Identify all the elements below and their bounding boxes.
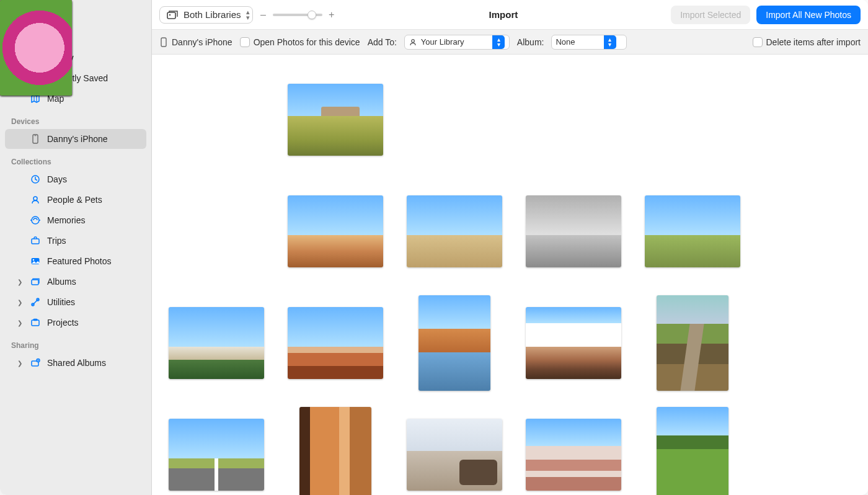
chevron-right-icon[interactable]: ❯	[16, 319, 24, 326]
chevron-right-icon[interactable]: ❯	[16, 279, 24, 285]
thumbnail-image[interactable]	[288, 307, 383, 379]
app-window: Photos Library Recently Saved Map Device…	[0, 0, 868, 495]
projects-icon	[30, 317, 41, 328]
thumbnail-cell[interactable]	[276, 179, 395, 284]
library-scope-selector[interactable]: Both Libraries ▴▾	[159, 6, 253, 24]
import-selected-button[interactable]: Import Selected	[671, 6, 750, 24]
thumbnail-image[interactable]	[657, 295, 728, 391]
thumbnail-image[interactable]	[418, 295, 490, 391]
chevron-right-icon[interactable]: ❯	[16, 299, 24, 306]
svg-rect-10	[32, 280, 38, 285]
thumbnail-cell[interactable]	[633, 179, 752, 284]
toolbar: Both Libraries ▴▾ – + Import Import Sele…	[152, 0, 868, 30]
thumbnail-cell[interactable]	[157, 402, 276, 495]
thumbnail-cell[interactable]	[276, 290, 395, 396]
thumbnail-cell[interactable]	[514, 67, 633, 172]
thumbnail-image[interactable]	[407, 195, 502, 267]
sidebar-item-label: Utilities	[47, 297, 75, 307]
thumbnail-image[interactable]	[288, 195, 383, 267]
clock-icon	[30, 174, 41, 185]
thumbnail-image[interactable]	[645, 195, 740, 267]
page-title: Import	[342, 9, 665, 20]
sidebar-section-sharing: Sharing	[0, 339, 151, 352]
thumbnail-image[interactable]	[169, 419, 264, 491]
zoom-out-button[interactable]: –	[259, 9, 268, 20]
sidebar-item-shared-albums[interactable]: ❯ Shared Albums	[5, 353, 146, 373]
thumbnail-cell[interactable]	[514, 290, 633, 396]
zoom-slider-knob[interactable]	[308, 11, 316, 19]
sidebar-item-memories[interactable]: Memories	[5, 210, 146, 230]
thumbnail-image[interactable]	[288, 84, 383, 156]
svg-rect-13	[32, 320, 39, 326]
sidebar-item-label: Days	[47, 174, 67, 184]
sidebar-item-featured-photos[interactable]: Featured Photos	[5, 251, 146, 271]
thumbnail-cell[interactable]	[395, 179, 514, 284]
people-icon	[30, 194, 41, 205]
svg-rect-19	[161, 38, 166, 47]
zoom-control: – +	[259, 9, 336, 20]
suitcase-icon	[30, 235, 41, 246]
zoom-slider[interactable]	[273, 14, 322, 16]
sidebar-item-label: Shared Albums	[47, 358, 106, 368]
thumbnail-image[interactable]	[526, 419, 621, 491]
source-device-label: Danny's iPhone	[172, 37, 232, 47]
thumbnail-cell[interactable]	[633, 290, 752, 396]
thumbnail-cell[interactable]	[157, 290, 276, 396]
import-all-button[interactable]: Import All New Photos	[756, 6, 861, 24]
thumbnail-image[interactable]	[526, 307, 621, 379]
sidebar-item-label: People & Pets	[47, 195, 102, 205]
sidebar-section-devices: Devices	[0, 115, 151, 128]
thumbnail-cell[interactable]	[395, 402, 514, 495]
libraries-icon	[166, 9, 179, 20]
main-panel: Both Libraries ▴▾ – + Import Import Sele…	[152, 0, 868, 495]
svg-point-6	[32, 216, 39, 224]
svg-rect-3	[35, 135, 37, 136]
open-photos-checkbox[interactable]	[240, 37, 250, 47]
import-grid-scroll[interactable]	[152, 55, 868, 495]
add-to-select[interactable]: Your Library ▴▾	[404, 35, 510, 50]
zoom-in-button[interactable]: +	[327, 9, 336, 20]
svg-rect-17	[167, 12, 175, 19]
thumbnail-image[interactable]	[169, 307, 264, 379]
thumbnail-cell[interactable]	[157, 67, 276, 172]
tools-icon	[30, 297, 41, 308]
album-value: None	[556, 37, 600, 47]
sidebar-section-collections: Collections	[0, 155, 151, 169]
import-grid	[157, 67, 863, 495]
thumbnail-cell[interactable]	[514, 179, 633, 284]
add-to-label: Add To:	[368, 37, 397, 47]
delete-after-import-checkbox[interactable]	[753, 37, 763, 47]
album-label: Album:	[517, 37, 544, 47]
thumbnail-cell[interactable]	[276, 67, 395, 172]
select-arrows-icon: ▴▾	[492, 35, 505, 49]
thumbnail-image[interactable]	[657, 407, 728, 495]
thumbnail-cell[interactable]	[395, 290, 514, 396]
sidebar-item-device-iphone[interactable]: Danny's iPhone	[5, 129, 146, 149]
thumbnail-image[interactable]	[407, 419, 502, 491]
sidebar-item-albums[interactable]: ❯ Albums	[5, 272, 146, 292]
svg-point-9	[33, 259, 35, 261]
sidebar-item-people-pets[interactable]: People & Pets	[5, 190, 146, 210]
thumbnail-cell[interactable]	[633, 67, 752, 172]
sidebar-item-projects[interactable]: ❯ Projects	[5, 313, 146, 332]
sidebar-item-label: Albums	[47, 277, 76, 287]
source-device: Danny's iPhone	[159, 37, 232, 48]
sidebar-item-days[interactable]: Days	[5, 169, 146, 189]
chevron-right-icon[interactable]: ❯	[16, 360, 24, 367]
sidebar-item-trips[interactable]: Trips	[5, 231, 146, 251]
thumbnail-cell[interactable]	[276, 402, 395, 495]
thumbnail-cell[interactable]	[633, 402, 752, 495]
import-options-bar: Danny's iPhone Open Photos for this devi…	[152, 30, 868, 55]
sidebar-item-label: Featured Photos	[47, 256, 112, 266]
thumbnail-cell[interactable]	[395, 67, 514, 172]
thumbnail-cell[interactable]	[157, 179, 276, 284]
sidebar-item-label: Projects	[47, 318, 79, 328]
thumbnail-image[interactable]	[299, 407, 371, 495]
open-photos-label: Open Photos for this device	[254, 37, 360, 47]
album-select[interactable]: None ▴▾	[551, 35, 627, 50]
thumbnail-cell[interactable]	[514, 402, 633, 495]
sidebar-item-utilities[interactable]: ❯ Utilities	[5, 292, 146, 312]
library-scope-label: Both Libraries	[184, 9, 241, 20]
select-arrows-icon: ▴▾	[604, 35, 616, 49]
thumbnail-image[interactable]	[526, 195, 621, 267]
